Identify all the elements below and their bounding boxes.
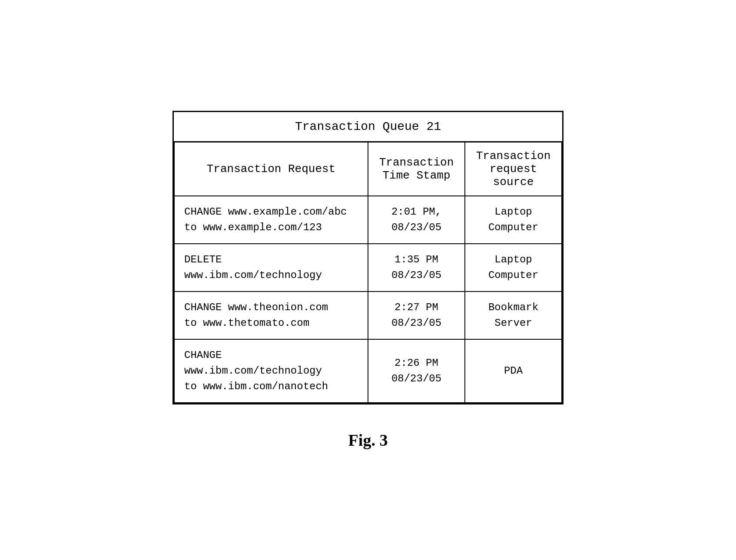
row4-request: CHANGE www.ibm.com/technologyto www.ibm.… bbox=[174, 339, 368, 403]
row2-timestamp: 1:35 PM08/23/05 bbox=[368, 244, 465, 292]
row4-timestamp: 2:26 PM08/23/05 bbox=[368, 339, 465, 403]
row1-source: LaptopComputer bbox=[465, 196, 562, 244]
row2-source: LaptopComputer bbox=[465, 244, 562, 292]
table-row: DELETE www.ibm.com/technology 1:35 PM08/… bbox=[174, 244, 562, 292]
table-container: Transaction Queue 21 Transaction Request… bbox=[172, 111, 564, 404]
row2-request: DELETE www.ibm.com/technology bbox=[174, 244, 368, 292]
table-row: CHANGE www.theonion.comto www.thetomato.… bbox=[174, 292, 562, 339]
row3-request: CHANGE www.theonion.comto www.thetomato.… bbox=[174, 292, 368, 339]
row1-request: CHANGE www.example.com/abcto www.example… bbox=[174, 196, 368, 244]
table-title: Transaction Queue 21 bbox=[174, 112, 562, 142]
figure-caption: Fig. 3 bbox=[348, 431, 388, 450]
header-request: Transaction Request bbox=[174, 142, 368, 196]
header-timestamp: TransactionTime Stamp bbox=[368, 142, 465, 196]
table-title-row: Transaction Queue 21 bbox=[174, 112, 562, 142]
row1-timestamp: 2:01 PM,08/23/05 bbox=[368, 196, 465, 244]
header-source: Transactionrequest source bbox=[465, 142, 562, 196]
table-row: CHANGE www.example.com/abcto www.example… bbox=[174, 196, 562, 244]
table-header-row: Transaction Request TransactionTime Stam… bbox=[174, 142, 562, 196]
diagram-wrapper: Transaction Queue 21 Transaction Request… bbox=[172, 111, 564, 450]
table-row: CHANGE www.ibm.com/technologyto www.ibm.… bbox=[174, 339, 562, 403]
row3-timestamp: 2:27 PM08/23/05 bbox=[368, 292, 465, 339]
transaction-table: Transaction Queue 21 Transaction Request… bbox=[174, 112, 562, 403]
row3-source: BookmarkServer bbox=[465, 292, 562, 339]
row4-source: PDA bbox=[465, 339, 562, 403]
page-container: Transaction Queue 21 Transaction Request… bbox=[0, 0, 736, 560]
